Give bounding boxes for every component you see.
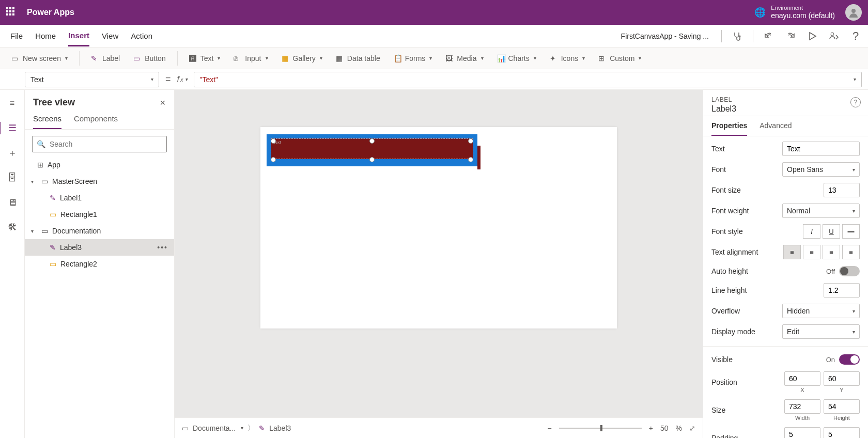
fx-label[interactable]: fx▾ <box>177 75 188 84</box>
zoom-slider-thumb[interactable] <box>600 425 602 431</box>
prop-overflow-select[interactable]: Hidden▾ <box>782 304 860 318</box>
undo-button[interactable] <box>763 30 775 42</box>
zoom-in-button[interactable]: + <box>649 424 653 432</box>
auto-height-toggle[interactable] <box>839 266 860 276</box>
menu-insert[interactable]: Insert <box>68 26 89 46</box>
prop-size-width-input[interactable] <box>784 399 820 414</box>
insert-custom-menu[interactable]: ⊞Custom▾ <box>593 52 646 65</box>
insert-charts-menu[interactable]: 📊Charts▾ <box>492 52 541 65</box>
resize-handle-nw[interactable] <box>271 138 276 144</box>
formula-expression: "Text" <box>199 75 218 84</box>
tab-properties[interactable]: Properties <box>711 116 747 136</box>
more-options-button[interactable]: ••• <box>157 243 168 252</box>
align-right-button[interactable]: ≡ <box>823 245 840 259</box>
font-style-underline-button[interactable]: U <box>823 224 840 239</box>
insert-text-menu[interactable]: 🅰Text▾ <box>184 52 226 65</box>
prop-size-height-input[interactable] <box>824 399 860 414</box>
tree-search-input[interactable] <box>50 140 162 148</box>
waffle-icon[interactable] <box>6 7 17 18</box>
tree-node-app[interactable]: ⊞App <box>25 157 174 173</box>
menu-home[interactable]: Home <box>35 26 56 45</box>
environment-label: Environment <box>771 5 835 11</box>
tree-node-documentation[interactable]: ▾▭Documentation <box>25 223 174 239</box>
insert-data-table-button[interactable]: ▦Data table <box>331 52 385 65</box>
insert-button-button[interactable]: ▭Button <box>128 52 171 65</box>
font-style-strike-button[interactable]: — <box>842 224 860 239</box>
menu-view[interactable]: View <box>102 26 118 45</box>
tab-screens[interactable]: Screens <box>33 114 61 129</box>
zoom-out-button[interactable]: − <box>548 424 552 432</box>
rail-insert[interactable]: ＋ <box>6 147 19 159</box>
prop-font-size-label: Font size <box>711 186 741 194</box>
prop-position-y-input[interactable] <box>824 371 860 386</box>
new-screen-button[interactable]: ▭New screen▾ <box>6 52 73 65</box>
properties-help-button[interactable]: ? <box>850 97 861 107</box>
redo-button[interactable] <box>784 30 797 42</box>
resize-handle-s[interactable] <box>369 157 375 162</box>
formula-input[interactable]: "Text" ▾ <box>194 72 862 87</box>
resize-handle-sw[interactable] <box>271 157 276 162</box>
rail-tree-view[interactable]: ☰ <box>6 122 19 134</box>
prop-font-select[interactable]: Open Sans▾ <box>782 162 860 177</box>
prop-position-x-input[interactable] <box>784 371 820 386</box>
breadcrumb-screen[interactable]: Documenta... <box>193 424 236 432</box>
left-rail: ≡ ☰ ＋ 🗄 🖥 🛠 <box>0 90 25 438</box>
close-tree-button[interactable]: ✕ <box>160 99 166 107</box>
align-left-button[interactable]: ≡ <box>783 245 801 259</box>
help-button[interactable]: ? <box>849 30 862 42</box>
prop-display-mode-select[interactable]: Edit▾ <box>782 324 860 339</box>
app-checker-button[interactable] <box>731 30 743 42</box>
selected-control-outline[interactable]: Text <box>267 134 477 166</box>
insert-label-button[interactable]: ✎Label <box>86 52 125 65</box>
tab-components[interactable]: Components <box>74 114 118 129</box>
tree-node-label1[interactable]: ✎Label1 <box>25 190 174 206</box>
tab-advanced[interactable]: Advanced <box>760 116 792 136</box>
rail-advanced-tools[interactable]: 🛠 <box>6 221 19 233</box>
chevron-down-icon: ▾ <box>31 179 37 184</box>
insert-icons-menu[interactable]: ✦Icons▾ <box>545 52 590 65</box>
fit-to-window-button[interactable]: ⤢ <box>689 424 695 432</box>
chevron-down-icon[interactable]: ▾ <box>241 425 243 431</box>
user-avatar[interactable] <box>845 4 862 21</box>
menu-action[interactable]: Action <box>131 26 152 45</box>
font-style-italic-button[interactable]: I <box>803 224 820 239</box>
environment-picker[interactable]: 🌐 Environment enayu.com (default) <box>754 5 835 20</box>
insert-forms-menu[interactable]: 📋Forms▾ <box>389 52 438 65</box>
align-center-button[interactable]: ≡ <box>803 245 820 259</box>
tree-search[interactable]: 🔍 <box>32 136 167 152</box>
prop-line-height-input[interactable] <box>824 283 860 298</box>
prop-font-weight-select[interactable]: Normal▾ <box>782 204 860 218</box>
prop-padding-bottom-input[interactable] <box>824 427 860 438</box>
share-button[interactable] <box>828 30 840 42</box>
tree-node-masterscreen[interactable]: ▾▭MasterScreen <box>25 173 174 190</box>
insert-input-menu[interactable]: ⎚Input▾ <box>228 52 273 65</box>
rail-hamburger[interactable]: ≡ <box>6 97 19 110</box>
tree-node-label3[interactable]: ✎Label3••• <box>25 239 174 256</box>
screen-icon: ▭ <box>11 54 20 62</box>
align-justify-button[interactable]: ≡ <box>842 245 860 259</box>
resize-handle-ne[interactable] <box>468 138 473 144</box>
app-header: Power Apps 🌐 Environment enayu.com (defa… <box>0 0 868 25</box>
chevron-right-icon: 〉 <box>247 424 255 433</box>
canvas-screen[interactable]: Text <box>260 127 617 328</box>
prop-padding-top-input[interactable] <box>784 427 820 438</box>
visible-toggle[interactable] <box>839 354 860 365</box>
resize-handle-se[interactable] <box>468 157 473 162</box>
play-button[interactable] <box>806 30 818 42</box>
media-icon: 🖼 <box>445 54 454 62</box>
breadcrumb-control[interactable]: Label3 <box>269 424 291 432</box>
tree-node-rectangle2[interactable]: ▭Rectangle2 <box>25 256 174 272</box>
properties-pane: LABEL Label3 ? Properties Advanced Text … <box>703 90 868 438</box>
prop-text-input[interactable] <box>782 142 860 156</box>
rail-data[interactable]: 🗄 <box>6 171 19 184</box>
tree-node-rectangle1[interactable]: ▭Rectangle1 <box>25 206 174 223</box>
rail-media[interactable]: 🖥 <box>6 196 19 209</box>
zoom-slider[interactable] <box>559 428 642 429</box>
insert-media-menu[interactable]: 🖼Media▾ <box>440 52 488 65</box>
property-select[interactable]: Text ▾ <box>25 72 159 87</box>
resize-handle-n[interactable] <box>369 138 375 144</box>
insert-gallery-menu[interactable]: ▦Gallery▾ <box>276 52 328 65</box>
prop-font-size-input[interactable] <box>824 183 860 197</box>
menu-file[interactable]: File <box>10 26 23 45</box>
text-icon: 🅰 <box>189 54 197 62</box>
